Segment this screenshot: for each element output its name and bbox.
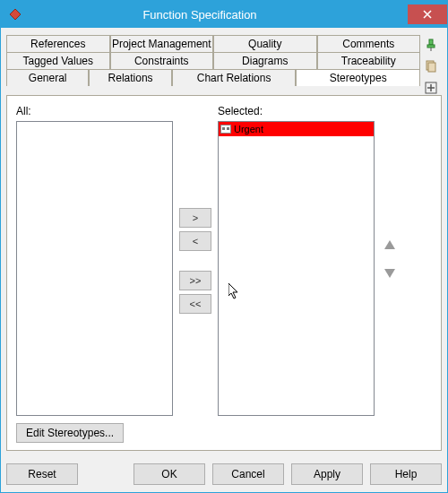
tab-container: References Project Management Quality Co… [6, 35, 420, 96]
move-up-icon[interactable] [383, 238, 397, 255]
help-button[interactable]: Help [370, 463, 442, 485]
dialog-footer: Reset OK Cancel Apply Help [1, 456, 447, 492]
transfer-buttons: > < >> << [173, 105, 218, 416]
remove-all-button[interactable]: << [179, 294, 211, 314]
all-label: All: [16, 105, 173, 117]
add-all-button[interactable]: >> [179, 271, 211, 290]
svg-rect-1 [429, 39, 433, 45]
copy-icon[interactable] [423, 58, 439, 74]
tab-relations[interactable]: Relations [89, 69, 171, 86]
add-button[interactable]: > [179, 208, 211, 228]
reorder-buttons [380, 105, 400, 416]
close-button[interactable] [408, 4, 447, 24]
selected-listbox[interactable]: Urgent [218, 121, 375, 416]
tab-traceability[interactable]: Traceability [317, 52, 421, 69]
tab-quality[interactable]: Quality [213, 35, 317, 52]
apply-button[interactable]: Apply [291, 463, 363, 485]
stereotype-icon [220, 125, 231, 134]
window-title: Function Specification [0, 8, 408, 22]
edit-stereotypes-button[interactable]: Edit Stereotypes... [16, 423, 124, 443]
dialog-body: References Project Management Quality Co… [1, 28, 447, 456]
svg-rect-5 [428, 63, 435, 72]
tab-diagrams[interactable]: Diagrams [213, 52, 317, 69]
tab-comments[interactable]: Comments [317, 35, 421, 52]
selected-label: Selected: [218, 105, 375, 117]
tab-constraints[interactable]: Constraints [110, 52, 214, 69]
tab-stereotypes[interactable]: Stereotypes [296, 69, 420, 86]
list-item-label: Urgent [234, 122, 263, 136]
move-down-icon[interactable] [383, 267, 397, 283]
reset-button[interactable]: Reset [6, 463, 78, 485]
tab-project-management[interactable]: Project Management [110, 35, 214, 52]
all-listbox[interactable] [16, 121, 173, 416]
side-toolbar [420, 35, 442, 96]
tab-general[interactable]: General [6, 69, 89, 86]
pin-icon[interactable] [423, 37, 439, 53]
tab-references[interactable]: References [6, 35, 110, 52]
svg-marker-10 [384, 269, 395, 278]
dialog-window: Function Specification References Projec… [0, 0, 448, 493]
svg-marker-9 [384, 240, 395, 249]
titlebar[interactable]: Function Specification [1, 1, 447, 28]
remove-button[interactable]: < [179, 231, 211, 251]
ok-button[interactable]: OK [134, 463, 205, 485]
svg-rect-2 [427, 45, 435, 48]
tab-chart-relations[interactable]: Chart Relations [172, 69, 297, 86]
stereotypes-panel: All: > < >> << Selected: Urgent [6, 95, 442, 451]
cancel-button[interactable]: Cancel [212, 463, 284, 485]
tab-tagged-values[interactable]: Tagged Values [6, 52, 110, 69]
add-icon[interactable] [423, 80, 439, 96]
list-item[interactable]: Urgent [219, 122, 374, 136]
